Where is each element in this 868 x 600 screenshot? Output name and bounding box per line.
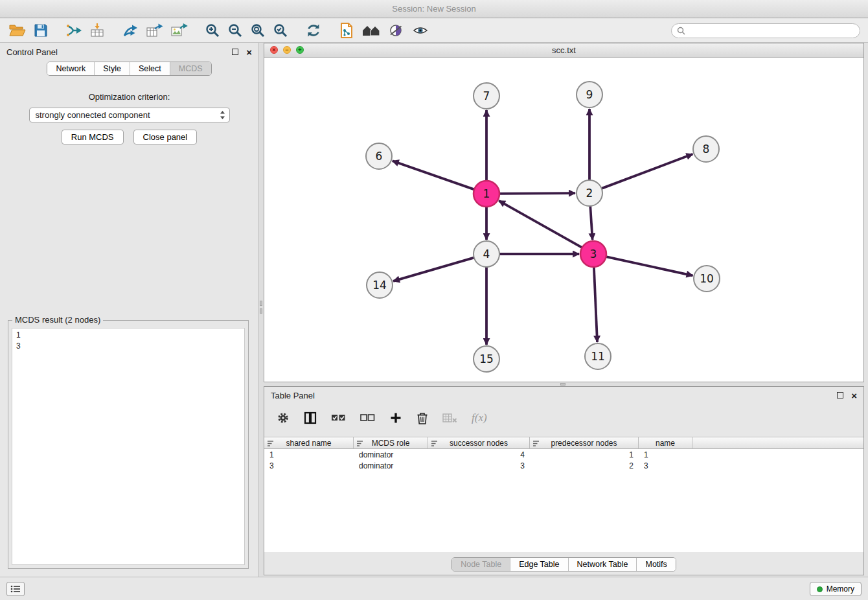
- table-row[interactable]: 1 dominator 4 1 1: [264, 449, 863, 460]
- cell-predecessor-nodes[interactable]: 1: [530, 450, 639, 459]
- column-header-predecessor-nodes[interactable]: predecessor nodes: [530, 437, 639, 448]
- tab-edge-table[interactable]: Edge Table: [510, 558, 567, 571]
- search-input[interactable]: [689, 26, 854, 35]
- control-panel-tab-row: Network Style Select MCDS: [0, 62, 258, 76]
- graph-node-1[interactable]: 1: [474, 181, 499, 207]
- edge-3-11[interactable]: [594, 267, 597, 342]
- delete-row-button[interactable]: [416, 411, 429, 426]
- edge-1-2[interactable]: [499, 193, 575, 194]
- table-settings-button[interactable]: [276, 411, 290, 425]
- close-panel-icon[interactable]: ×: [246, 47, 252, 57]
- zoom-out-icon: [227, 23, 243, 38]
- column-header-successor-nodes[interactable]: successor nodes: [428, 437, 530, 448]
- cell-name[interactable]: 3: [639, 461, 692, 470]
- close-panel-icon[interactable]: ×: [851, 391, 857, 400]
- zoom-out-button[interactable]: [227, 22, 244, 39]
- import-table-button[interactable]: [89, 22, 106, 39]
- delete-column-button[interactable]: [442, 411, 458, 424]
- apply-style-button[interactable]: [387, 22, 405, 39]
- graph-node-4[interactable]: 4: [474, 241, 499, 267]
- window-close-icon[interactable]: ×: [270, 46, 278, 54]
- cell-successor-nodes[interactable]: 3: [428, 461, 530, 470]
- sort-icon: [431, 440, 438, 447]
- memory-button[interactable]: Memory: [810, 582, 862, 596]
- search-icon: [677, 27, 685, 35]
- column-header-shared-name[interactable]: shared name: [264, 437, 354, 448]
- run-mcds-button[interactable]: Run MCDS: [62, 130, 124, 144]
- graph-node-11[interactable]: 11: [585, 343, 611, 369]
- column-header-name[interactable]: name: [639, 437, 692, 448]
- cell-mcds-role[interactable]: dominator: [354, 450, 428, 459]
- list-icon: [10, 585, 21, 593]
- import-network-button[interactable]: [65, 22, 83, 39]
- import-table-icon: [89, 23, 105, 38]
- zoom-in-button[interactable]: [204, 22, 221, 39]
- graph-node-3[interactable]: 3: [580, 241, 606, 267]
- window-minimize-icon[interactable]: −: [283, 46, 291, 54]
- open-folder-icon: [8, 23, 26, 38]
- cell-predecessor-nodes[interactable]: 2: [530, 461, 639, 470]
- graph-node-6[interactable]: 6: [366, 143, 392, 169]
- tab-network[interactable]: Network: [47, 62, 94, 75]
- refresh-layout-button[interactable]: [304, 22, 323, 39]
- open-session-button[interactable]: [8, 22, 27, 39]
- split-panel-button[interactable]: [303, 411, 317, 425]
- export-image-button[interactable]: [170, 22, 188, 39]
- float-panel-icon[interactable]: [837, 392, 843, 398]
- tab-motifs[interactable]: Motifs: [636, 558, 675, 571]
- table-row[interactable]: 3 dominator 3 2 3: [264, 460, 863, 471]
- select-all-button[interactable]: [330, 411, 347, 424]
- graph-node-9[interactable]: 9: [577, 82, 602, 108]
- task-history-button[interactable]: [6, 582, 25, 596]
- float-panel-icon[interactable]: [232, 49, 238, 55]
- column-header-filler: [692, 437, 863, 448]
- tab-select[interactable]: Select: [130, 62, 170, 75]
- network-canvas[interactable]: 1234678910111415: [264, 58, 863, 382]
- graph-node-7[interactable]: 7: [474, 83, 499, 109]
- edge-3-1[interactable]: [499, 201, 582, 248]
- import-network-icon: [65, 23, 82, 38]
- save-session-button[interactable]: [32, 22, 49, 39]
- close-panel-button[interactable]: Close panel: [133, 130, 198, 144]
- zoom-selected-button[interactable]: [272, 22, 289, 39]
- window-zoom-icon[interactable]: +: [296, 46, 304, 54]
- tab-network-table[interactable]: Network Table: [568, 558, 637, 571]
- export-network-button[interactable]: [121, 22, 139, 39]
- graph-node-2[interactable]: 2: [577, 180, 602, 206]
- tab-style[interactable]: Style: [94, 62, 130, 75]
- graph-node-14[interactable]: 14: [367, 272, 393, 298]
- column-header-mcds-role[interactable]: MCDS role: [354, 437, 428, 448]
- edge-3-10[interactable]: [606, 257, 693, 275]
- graph-node-8[interactable]: 8: [693, 136, 719, 162]
- tab-node-table[interactable]: Node Table: [452, 558, 510, 571]
- edge-2-3[interactable]: [590, 206, 592, 240]
- first-neighbors-button[interactable]: [361, 22, 382, 39]
- vertical-splitter[interactable]: [259, 43, 264, 577]
- zoom-fit-button[interactable]: [249, 22, 266, 39]
- tab-mcds[interactable]: MCDS: [170, 62, 211, 75]
- criterion-dropdown[interactable]: strongly connected component: [29, 108, 230, 122]
- splitter-grip: [260, 301, 262, 306]
- export-table-button[interactable]: [145, 22, 164, 39]
- mcds-result-text[interactable]: 1 3: [12, 328, 245, 565]
- function-builder-button[interactable]: f(x): [471, 411, 488, 425]
- delete-column-icon: [442, 412, 457, 424]
- cell-shared-name[interactable]: 1: [264, 450, 354, 459]
- import-group: [65, 22, 106, 39]
- graph-node-15[interactable]: 15: [474, 346, 499, 372]
- trash-icon: [417, 411, 428, 425]
- unselect-all-button[interactable]: [360, 411, 376, 424]
- cell-shared-name[interactable]: 3: [264, 461, 354, 470]
- cell-mcds-role[interactable]: dominator: [354, 461, 428, 470]
- graph-node-10[interactable]: 10: [694, 266, 720, 292]
- new-network-selection-button[interactable]: [338, 21, 355, 40]
- edge-4-14[interactable]: [393, 258, 474, 281]
- edge-1-6[interactable]: [393, 161, 474, 189]
- edge-2-8[interactable]: [602, 154, 693, 189]
- show-hide-button[interactable]: [411, 22, 429, 39]
- cell-name[interactable]: 1: [639, 450, 692, 459]
- network-window-titlebar[interactable]: × − + scc.txt: [264, 43, 863, 58]
- splitter-grip: [260, 308, 262, 314]
- cell-successor-nodes[interactable]: 4: [428, 450, 530, 459]
- add-column-button[interactable]: [389, 411, 403, 425]
